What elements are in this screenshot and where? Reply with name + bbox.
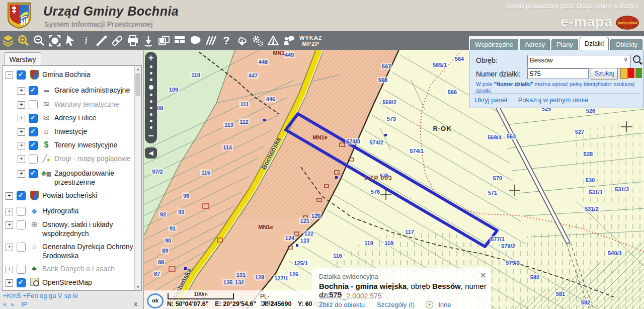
collapse-sidebar-button[interactable]: ◀	[145, 147, 157, 159]
hatch-icon[interactable]	[203, 32, 218, 49]
history-forward-button[interactable]: »	[10, 300, 14, 308]
tree-expander-icon[interactable]: +	[18, 170, 25, 178]
legend-swatch-red[interactable]	[628, 68, 634, 78]
ok-button[interactable]: ok	[147, 293, 164, 308]
tree-expander-icon[interactable]: +	[6, 266, 13, 273]
layer-label[interactable]: Generalna Dyrekcja Ochrony Środowiska	[42, 242, 134, 260]
tree-expander-icon[interactable]: +	[6, 208, 13, 215]
layer-label[interactable]: Osnowy, siatki i układy współrzędnych	[42, 220, 134, 238]
info-icon[interactable]: i	[78, 32, 94, 49]
feedback-icon[interactable]	[281, 32, 296, 49]
layer-label[interactable]: Tereny inwestycyjne	[54, 140, 117, 149]
zoom-to-object-link[interactable]: Zbliż do obiektu	[319, 301, 365, 308]
panel-tab-współrzędne[interactable]: Współrzędne	[470, 39, 518, 50]
layer-label[interactable]: Powiat bocheński	[42, 191, 97, 200]
tab-warstwy[interactable]: Warstwy	[4, 52, 41, 66]
szukaj-button[interactable]: Szukaj	[591, 68, 618, 80]
layout-panels-icon[interactable]	[172, 32, 187, 49]
zoom-extent-icon[interactable]	[47, 32, 62, 49]
tree-scrollbar[interactable]: ▲ ▼	[134, 66, 141, 290]
close-icon[interactable]: ✕	[480, 271, 486, 279]
layer-checkbox[interactable]	[17, 220, 26, 229]
layer-checkbox[interactable]	[17, 70, 26, 80]
print-icon[interactable]	[125, 32, 140, 49]
settings-gears-icon[interactable]	[250, 32, 265, 49]
layer-label[interactable]: Inwestycje	[54, 127, 87, 136]
panel-tab-plany[interactable]: Plany	[551, 39, 578, 50]
zoom-out-tool-icon[interactable]	[31, 32, 47, 49]
tree-expander-icon[interactable]: +	[6, 244, 13, 251]
other-link[interactable]: Inne	[438, 301, 451, 308]
tree-expander-icon[interactable]: +	[18, 156, 25, 163]
layer-checkbox[interactable]	[29, 141, 38, 150]
pointer-icon[interactable]	[62, 32, 78, 49]
zoom-level-current[interactable]	[149, 85, 153, 90]
zoom-level-dot[interactable]	[150, 126, 152, 129]
details-link[interactable]: Szczegóły (I)	[377, 301, 415, 308]
zoom-level-dot[interactable]	[150, 94, 152, 96]
layer-checkbox[interactable]	[29, 169, 38, 178]
warning-icon[interactable]	[265, 32, 281, 49]
zoom-out-button[interactable]: −	[148, 131, 153, 141]
tree-expander-icon[interactable]: +	[6, 221, 13, 229]
zoom-level-dot[interactable]	[150, 100, 152, 103]
sidebar-footer-links[interactable]: +KmS +Fen og ga V sp le	[3, 292, 78, 299]
zoom-level-dot[interactable]	[150, 107, 152, 109]
tree-expander-icon[interactable]: +	[18, 101, 25, 109]
layer-checkbox[interactable]	[29, 100, 38, 109]
scroll-down-icon[interactable]: ▼	[135, 284, 141, 290]
legend-swatch-yellow[interactable]	[620, 68, 628, 79]
cloud-download-icon[interactable]	[234, 32, 250, 49]
layer-checkbox[interactable]	[29, 114, 38, 123]
one-window-link[interactable]: Pokazuj w jednym oknie	[518, 96, 588, 104]
legend-swatch-green[interactable]	[635, 68, 642, 78]
layer-label[interactable]: Adresy i ulice	[54, 113, 96, 122]
zoom-level-dot[interactable]	[150, 72, 152, 74]
obreb-select[interactable]: Bessów ∨	[527, 55, 631, 68]
panel-tab-działki[interactable]: Działki	[580, 37, 609, 50]
panel-tab-adresy[interactable]: Adresy	[520, 39, 550, 50]
layer-label[interactable]: Zagospodarowanie przestrzenne	[54, 169, 134, 187]
zoom-level-dot[interactable]	[150, 120, 152, 122]
zoom-level-dot[interactable]	[150, 65, 152, 68]
zoom-in-button[interactable]: +	[148, 53, 153, 63]
tree-expander-icon[interactable]: +	[18, 87, 25, 95]
help-icon[interactable]: ?	[218, 32, 234, 49]
link-icon[interactable]	[109, 32, 125, 49]
layer-label[interactable]: Drogi - mapy poglądowe	[54, 154, 131, 163]
copy-frames-icon[interactable]	[156, 32, 172, 49]
layer-checkbox[interactable]	[29, 127, 38, 136]
plus-circle-icon[interactable]: +	[426, 301, 433, 308]
layers-icon[interactable]	[0, 32, 16, 49]
layer-label[interactable]: Granice administracyjne	[54, 86, 130, 95]
zoom-level-dot[interactable]	[150, 79, 152, 81]
layer-checkbox[interactable]	[17, 278, 26, 287]
layer-label[interactable]: Hydrografia	[42, 206, 78, 215]
layer-checkbox[interactable]	[17, 191, 26, 200]
tree-expander-icon[interactable]: −	[6, 71, 13, 79]
history-back-button[interactable]: «	[3, 300, 7, 308]
zoom-in-tool-icon[interactable]	[16, 32, 31, 49]
sidebar-close-button[interactable]: x	[134, 300, 138, 307]
scroll-thumb[interactable]	[135, 73, 140, 96]
tree-expander-icon[interactable]: +	[18, 128, 25, 136]
layer-label[interactable]: OpenStreetMap	[42, 278, 92, 287]
layer-checkbox[interactable]	[29, 154, 38, 164]
layer-label[interactable]: Bank Danych o Lasach	[42, 264, 115, 273]
layer-checkbox[interactable]	[17, 207, 26, 216]
measure-icon[interactable]	[94, 32, 109, 49]
hide-panel-link[interactable]: Ukryj panel	[474, 96, 507, 104]
ip-link[interactable]: IP	[21, 300, 27, 308]
layer-label[interactable]: Warstwy tematyczne	[54, 100, 119, 109]
zoom-level-dot[interactable]	[150, 113, 152, 116]
search-magnifier-icon[interactable]	[633, 55, 640, 63]
layer-checkbox[interactable]	[17, 243, 26, 252]
area-select-icon[interactable]	[187, 32, 203, 49]
layer-label[interactable]: Gmina Bochnia	[42, 70, 91, 79]
marker-download-icon[interactable]	[140, 32, 156, 49]
panel-tab-obiekty[interactable]: Obiekty	[610, 39, 642, 50]
scroll-up-icon[interactable]: ▲	[135, 66, 141, 72]
tree-expander-icon[interactable]: +	[18, 142, 25, 149]
layer-checkbox[interactable]	[17, 265, 26, 274]
tree-expander-icon[interactable]: +	[18, 115, 25, 122]
